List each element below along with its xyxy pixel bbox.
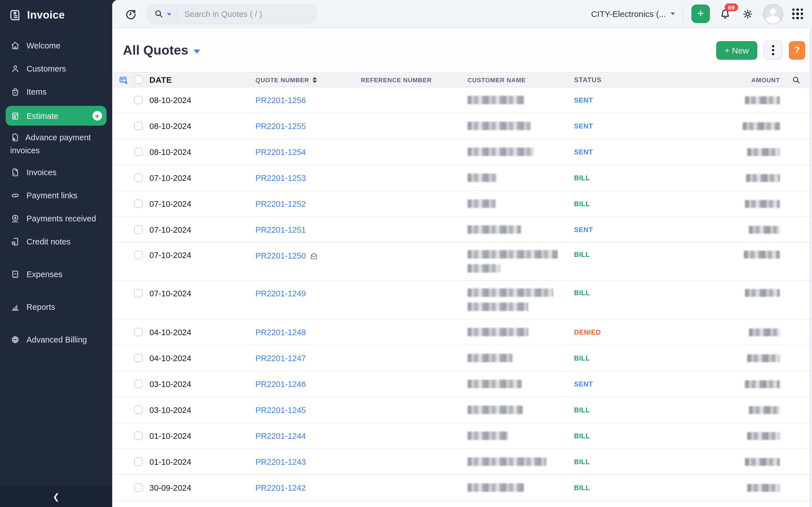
quote-number-link[interactable]: PR2201-1251 bbox=[255, 225, 306, 234]
table-row[interactable]: 30-09-2024 PR2201-1242 BILL bbox=[112, 475, 812, 501]
row-checkbox[interactable] bbox=[134, 432, 143, 440]
row-checkbox[interactable] bbox=[134, 380, 143, 388]
row-amount-redacted bbox=[675, 484, 780, 492]
column-header-amount: AMOUNT bbox=[675, 76, 780, 83]
document-star-icon bbox=[10, 132, 20, 143]
quote-number-link[interactable]: PR2201-1253 bbox=[255, 173, 306, 182]
divider bbox=[683, 6, 683, 22]
avatar-silhouette bbox=[766, 15, 780, 24]
sidebar-item-credit-notes[interactable]: Credit notes bbox=[6, 230, 107, 253]
table-row[interactable]: 03-10-2024 PR2201-1245 BILL bbox=[112, 397, 812, 423]
quote-number-link[interactable]: PR2201-1247 bbox=[255, 353, 306, 362]
add-estimate-button[interactable]: + bbox=[93, 111, 102, 121]
topbar: CITY-Electronics (... + 69 bbox=[112, 0, 812, 28]
table-row[interactable]: 07-10-2024 PR2201-1249 BILL bbox=[112, 281, 812, 320]
row-status: BILL bbox=[574, 251, 590, 259]
sidebar-item-label: Payments received bbox=[27, 214, 96, 223]
search-input[interactable] bbox=[185, 9, 297, 18]
row-amount-redacted bbox=[675, 200, 780, 208]
sidebar-item-expenses[interactable]: Expenses bbox=[6, 263, 107, 286]
sidebar-item-invoices[interactable]: Invoices bbox=[6, 161, 107, 184]
row-checkbox[interactable] bbox=[134, 122, 143, 130]
sidebar-item-advanced-billing[interactable]: Advanced Billing bbox=[6, 328, 107, 351]
quick-create-button[interactable]: + bbox=[691, 4, 710, 23]
quote-number-link[interactable]: PR2201-1243 bbox=[255, 457, 306, 466]
row-date: 04-10-2024 bbox=[149, 353, 255, 362]
quote-number-link[interactable]: PR2201-1248 bbox=[255, 328, 306, 337]
quote-number-link[interactable]: PR2201-1255 bbox=[255, 121, 306, 130]
select-all-checkbox[interactable] bbox=[134, 75, 143, 84]
row-checkbox[interactable] bbox=[134, 225, 143, 234]
app-logo[interactable]: Invoice bbox=[0, 0, 112, 28]
table-row[interactable]: 08-10-2024 PR2201-1256 SENT bbox=[112, 87, 812, 113]
quote-number-link[interactable]: PR2201-1252 bbox=[255, 199, 306, 208]
row-date: 03-10-2024 bbox=[149, 405, 255, 414]
sidebar-item-welcome[interactable]: Welcome bbox=[6, 34, 107, 57]
sidebar-item-advance-payment-invoices[interactable]: Advance payment invoices bbox=[6, 129, 107, 161]
quote-number-link[interactable]: PR2201-1242 bbox=[255, 483, 306, 492]
help-button[interactable]: ? bbox=[789, 41, 805, 59]
sidebar-item-customers[interactable]: Customers bbox=[6, 57, 107, 80]
row-checkbox[interactable] bbox=[134, 200, 143, 208]
table-search-icon[interactable] bbox=[792, 75, 801, 84]
table-row[interactable]: 08-10-2024 PR2201-1255 SENT bbox=[112, 113, 812, 139]
sidebar-collapse-button[interactable]: ❮ bbox=[0, 487, 112, 507]
table-row[interactable]: 07-10-2024 PR2201-1250 BILL bbox=[112, 243, 812, 281]
sort-icon[interactable] bbox=[313, 77, 317, 82]
chevron-down-icon bbox=[193, 49, 200, 53]
row-amount-redacted bbox=[675, 354, 780, 362]
column-header-quote-number[interactable]: QUOTE NUMBER bbox=[255, 76, 361, 83]
user-avatar[interactable] bbox=[763, 4, 783, 24]
new-quote-button[interactable]: + New bbox=[716, 41, 757, 59]
recent-history-button[interactable] bbox=[123, 6, 138, 21]
scrollbar[interactable] bbox=[810, 29, 811, 507]
quote-number-link[interactable]: PR2201-1244 bbox=[255, 431, 306, 440]
search-scope-chevron-icon[interactable] bbox=[167, 13, 171, 15]
organization-selector[interactable]: CITY-Electronics (... bbox=[591, 9, 675, 18]
row-checkbox[interactable] bbox=[134, 328, 143, 336]
quote-number-link[interactable]: PR2201-1256 bbox=[255, 96, 306, 105]
table-row[interactable]: 07-10-2024 PR2201-1252 BILL bbox=[112, 191, 812, 217]
row-checkbox[interactable] bbox=[134, 173, 143, 182]
row-status: DENIED bbox=[574, 328, 601, 336]
row-checkbox[interactable] bbox=[134, 406, 143, 414]
app-grid-icon[interactable] bbox=[791, 7, 804, 20]
table-row[interactable]: 01-10-2024 PR2201-1244 BILL bbox=[112, 423, 812, 449]
row-amount-redacted bbox=[675, 458, 780, 466]
quote-number-link[interactable]: PR2201-1245 bbox=[255, 405, 306, 414]
row-checkbox[interactable] bbox=[134, 289, 143, 297]
quote-number-link[interactable]: PR2201-1250 bbox=[255, 251, 306, 260]
table-row[interactable]: 03-10-2024 PR2201-1246 SENT bbox=[112, 371, 812, 397]
table-row[interactable]: 07-10-2024 PR2201-1253 BILL bbox=[112, 165, 812, 191]
row-checkbox[interactable] bbox=[134, 457, 143, 466]
table-row[interactable]: 01-10-2024 PR2201-1243 BILL bbox=[112, 449, 812, 475]
table-row[interactable]: 04-10-2024 PR2201-1248 DENIED bbox=[112, 320, 812, 345]
quote-number-link[interactable]: PR2201-1249 bbox=[255, 289, 306, 298]
sidebar-item-reports[interactable]: Reports bbox=[6, 295, 107, 318]
notifications-button[interactable]: 69 bbox=[718, 6, 732, 21]
settings-button[interactable] bbox=[741, 6, 755, 21]
row-checkbox[interactable] bbox=[134, 483, 143, 492]
sidebar-item-items[interactable]: Items bbox=[6, 80, 107, 103]
row-amount-redacted bbox=[675, 122, 780, 130]
row-customer-redacted bbox=[467, 281, 574, 311]
table-row[interactable]: 08-10-2024 PR2201-1254 SENT bbox=[112, 139, 812, 165]
more-options-button[interactable] bbox=[763, 41, 783, 60]
sidebar-item-payments-received[interactable]: Payments received bbox=[6, 207, 107, 230]
table-row[interactable]: 04-10-2024 PR2201-1247 BILL bbox=[112, 345, 812, 371]
row-customer-redacted bbox=[467, 200, 574, 208]
sidebar-item-estimate[interactable]: Estimate + bbox=[6, 106, 107, 126]
row-checkbox[interactable] bbox=[134, 251, 143, 259]
customize-columns-icon[interactable] bbox=[118, 75, 128, 84]
quote-number-link[interactable]: PR2201-1246 bbox=[255, 379, 306, 388]
sidebar-item-payment-links[interactable]: Payment links bbox=[6, 184, 107, 207]
sidebar: Invoice Welcome Customers Items bbox=[0, 0, 112, 507]
quotes-view-selector[interactable]: All Quotes bbox=[123, 43, 200, 58]
download-icon bbox=[10, 213, 20, 223]
row-checkbox[interactable] bbox=[134, 354, 143, 362]
credit-note-icon bbox=[10, 236, 20, 246]
row-checkbox[interactable] bbox=[134, 96, 143, 104]
row-checkbox[interactable] bbox=[134, 148, 143, 156]
table-row[interactable]: 07-10-2024 PR2201-1251 SENT bbox=[112, 217, 812, 243]
quote-number-link[interactable]: PR2201-1254 bbox=[255, 147, 306, 156]
